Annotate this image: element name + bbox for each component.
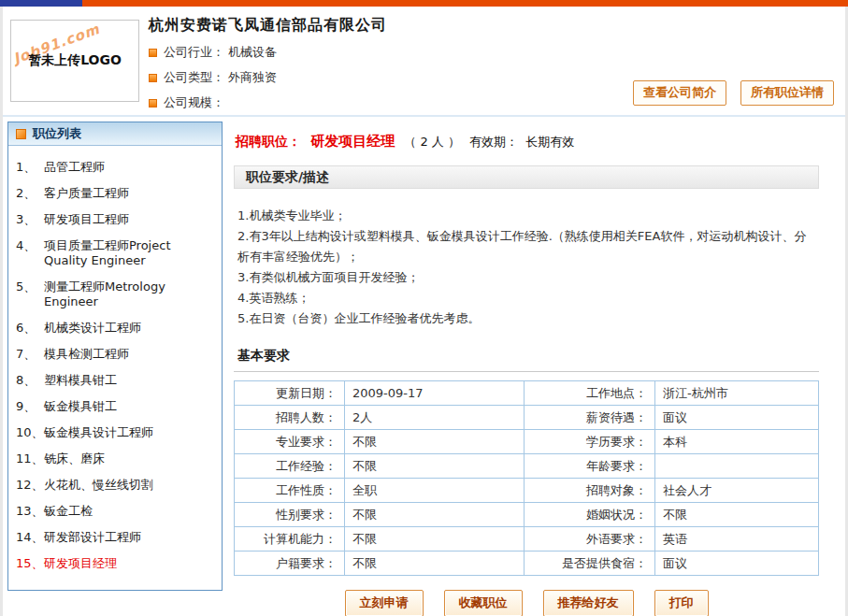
field-value: 外商独资 xyxy=(228,69,277,86)
field-value: 2人 xyxy=(345,406,525,430)
field-label: 学历要求： xyxy=(525,430,655,454)
orange-square-icon xyxy=(149,99,157,107)
table-row: 户籍要求： 不限 是否提供食宿： 面议 xyxy=(235,552,819,576)
field-value: 不限 xyxy=(345,527,525,552)
sidebar-item-12[interactable]: 12、火花机、慢丝线切割 xyxy=(12,472,218,498)
section-job-description-header: 职位要求/描述 xyxy=(234,165,819,189)
field-value: 本科 xyxy=(655,430,819,454)
desc-line: 5.在日资（台资）企业工作经验者优先考虑。 xyxy=(237,308,817,329)
company-header: Job91.com 暂未上传LOGO 杭州安费诺飞凤通信部品有限公司 公司行业：… xyxy=(3,7,845,115)
validity-value: 长期有效 xyxy=(525,135,574,149)
posting-title-line: 招聘职位： 研发项目经理 （ 2 人 ） 有效期： 长期有效 xyxy=(236,133,819,150)
field-label: 公司规模： xyxy=(164,94,224,111)
field-label: 年龄要求： xyxy=(525,454,655,479)
field-label: 工作性质： xyxy=(235,479,345,503)
sidebar-item-6[interactable]: 6、机械类设计工程师 xyxy=(12,315,218,341)
field-value: 不限 xyxy=(345,430,525,454)
field-label: 户籍要求： xyxy=(235,552,345,576)
page-sheet: Job91.com 暂未上传LOGO 杭州安费诺飞凤通信部品有限公司 公司行业：… xyxy=(3,7,845,609)
field-label: 性别要求： xyxy=(235,503,345,527)
section-basic-requirements-header: 基本要求 xyxy=(234,348,819,372)
field-value: 全职 xyxy=(345,479,525,503)
field-label: 工作地点： xyxy=(525,381,655,406)
requirements-table: 更新日期： 2009-09-17 工作地点： 浙江-杭州市 招聘人数： 2人 薪… xyxy=(234,380,819,576)
top-stripe-orange xyxy=(82,0,848,7)
save-job-button[interactable]: 收藏职位 xyxy=(444,590,523,616)
posting-headcount: （ 2 人 ） xyxy=(404,135,460,149)
table-row: 性别要求： 不限 婚姻状况： 不限 xyxy=(235,503,819,527)
sidebar-item-8[interactable]: 8、塑料模具钳工 xyxy=(12,367,218,394)
desc-line: 3.有类似机械方面项目开发经验； xyxy=(237,267,817,288)
sidebar-item-2[interactable]: 2、客户质量工程师 xyxy=(12,180,218,207)
sidebar-item-15-current[interactable]: 15、研发项目经理 xyxy=(12,551,218,577)
sidebar-item-3[interactable]: 3、研发项目工程师 xyxy=(12,207,218,233)
sidebar-item-13[interactable]: 13、钣金工检 xyxy=(12,498,218,524)
table-row: 计算机能力： 不限 外语要求： 英语 xyxy=(235,527,819,552)
company-name: 杭州安费诺飞凤通信部品有限公司 xyxy=(149,16,845,36)
print-button[interactable]: 打印 xyxy=(654,590,709,616)
job-description-text: 1.机械类专业毕业； 2.有3年以上结构设计或塑料模具、钣金模具设计工作经验.（… xyxy=(237,206,817,329)
orange-square-icon xyxy=(149,74,157,82)
apply-now-button[interactable]: 立刻申请 xyxy=(345,590,424,616)
sidebar-title: 职位列表 xyxy=(33,125,81,142)
top-stripe-blue xyxy=(0,0,82,7)
field-value: 不限 xyxy=(345,503,525,527)
action-buttons: 立刻申请 收藏职位 推荐给好友 打印 xyxy=(234,590,819,616)
position-list-sidebar: 职位列表 1、品管工程师 2、客户质量工程师 3、研发项目工程师 4、项目质量工… xyxy=(7,122,223,591)
view-company-profile-button[interactable]: 查看公司简介 xyxy=(633,80,726,106)
desc-line: 2.有3年以上结构设计或塑料模具、钣金模具设计工作经验.（熟练使用相关FEA软件… xyxy=(237,226,817,267)
field-value: 英语 xyxy=(655,527,819,552)
field-value xyxy=(655,454,819,479)
content-area: 职位列表 1、品管工程师 2、客户质量工程师 3、研发项目工程师 4、项目质量工… xyxy=(3,115,845,616)
field-label: 薪资待遇： xyxy=(525,406,655,430)
sidebar-item-7[interactable]: 7、模具检测工程师 xyxy=(12,341,218,367)
desc-line: 4.英语熟练； xyxy=(237,288,817,308)
sidebar-item-11[interactable]: 11、铣床、磨床 xyxy=(12,446,218,472)
field-label: 更新日期： xyxy=(235,381,345,406)
field-label: 公司类型： xyxy=(164,69,224,86)
field-label: 公司行业： xyxy=(164,44,224,61)
field-label: 招聘人数： xyxy=(235,406,345,430)
all-positions-button[interactable]: 所有职位详情 xyxy=(740,80,834,106)
company-industry-row: 公司行业： 机械设备 xyxy=(149,44,845,61)
sidebar-item-5[interactable]: 5、测量工程师Metrology Engineer xyxy=(12,274,218,315)
field-label: 专业要求： xyxy=(235,430,345,454)
field-value: 浙江-杭州市 xyxy=(655,381,819,406)
job-detail-main: 招聘职位： 研发项目经理 （ 2 人 ） 有效期： 长期有效 职位要求/描述 1… xyxy=(223,122,840,616)
job-list: 1、品管工程师 2、客户质量工程师 3、研发项目工程师 4、项目质量工程师Pro… xyxy=(8,146,222,590)
field-label: 是否提供食宿： xyxy=(525,552,655,576)
field-value: 不限 xyxy=(345,552,525,576)
top-stripe xyxy=(0,0,848,7)
header-buttons: 查看公司简介 所有职位详情 xyxy=(624,80,834,106)
orange-square-icon xyxy=(149,49,157,57)
field-value: 面议 xyxy=(655,406,819,430)
list-icon xyxy=(16,129,26,139)
validity-label: 有效期： xyxy=(469,135,518,149)
field-value: 不限 xyxy=(655,503,819,527)
sidebar-item-1[interactable]: 1、品管工程师 xyxy=(12,154,218,180)
field-value: 2009-09-17 xyxy=(345,381,525,406)
page: Job91.com 暂未上传LOGO 杭州安费诺飞凤通信部品有限公司 公司行业：… xyxy=(0,0,848,616)
field-label: 招聘对象： xyxy=(525,479,655,503)
field-value: 社会人才 xyxy=(655,479,819,503)
sidebar-item-9[interactable]: 9、钣金模具钳工 xyxy=(12,394,218,420)
posting-label: 招聘职位： xyxy=(236,134,301,149)
table-row: 更新日期： 2009-09-17 工作地点： 浙江-杭州市 xyxy=(235,381,819,406)
table-row: 工作性质： 全职 招聘对象： 社会人才 xyxy=(235,479,819,503)
company-logo-placeholder: Job91.com 暂未上传LOGO xyxy=(10,20,139,102)
field-value: 面议 xyxy=(655,552,819,576)
field-label: 外语要求： xyxy=(525,527,655,552)
sidebar-item-10[interactable]: 10、钣金模具设计工程师 xyxy=(12,420,218,446)
sidebar-header: 职位列表 xyxy=(8,122,222,146)
field-value: 机械设备 xyxy=(228,44,277,61)
table-row: 招聘人数： 2人 薪资待遇： 面议 xyxy=(235,406,819,430)
table-row: 专业要求： 不限 学历要求： 本科 xyxy=(235,430,819,454)
table-row: 工作经验： 不限 年龄要求： xyxy=(235,454,819,479)
sidebar-item-4[interactable]: 4、项目质量工程师Project Quality Engineer xyxy=(12,233,218,274)
field-label: 工作经验： xyxy=(235,454,345,479)
field-label: 婚姻状况： xyxy=(525,503,655,527)
field-value: 不限 xyxy=(345,454,525,479)
logo-placeholder-text: 暂未上传LOGO xyxy=(11,52,138,69)
sidebar-item-14[interactable]: 14、研发部设计工程师 xyxy=(12,524,218,551)
recommend-to-friend-button[interactable]: 推荐给好友 xyxy=(543,590,634,616)
